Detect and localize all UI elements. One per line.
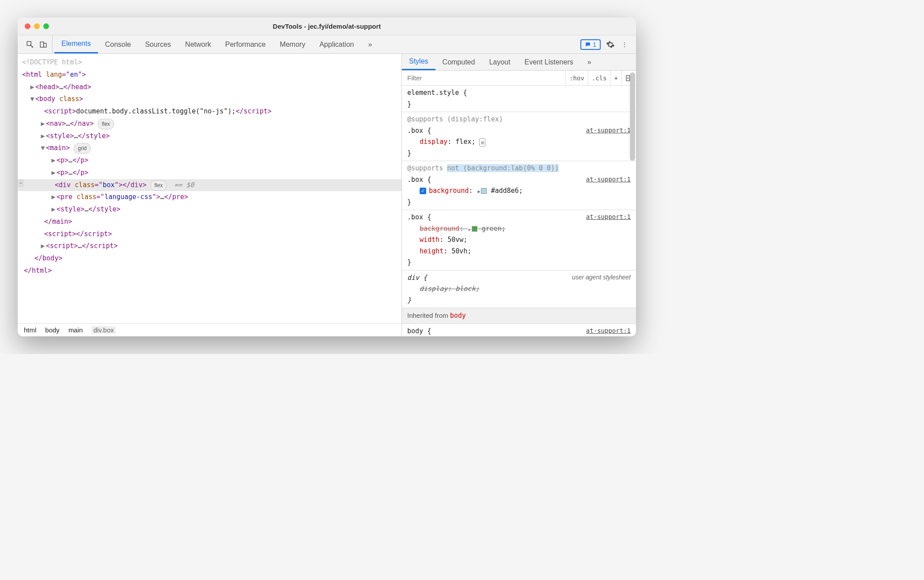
hov-toggle[interactable]: :hov bbox=[565, 71, 588, 85]
inspect-element-icon[interactable] bbox=[26, 40, 34, 49]
sub-tabs-overflow-icon[interactable]: » bbox=[580, 55, 598, 70]
devtools-window: DevTools - jec.fyi/demo/at-support Eleme… bbox=[18, 18, 636, 336]
tabs-overflow-icon[interactable]: » bbox=[361, 35, 379, 53]
html-close-tag[interactable]: </html> bbox=[24, 267, 52, 275]
rule-box[interactable]: at-support:1 .box { background: ▶ green;… bbox=[402, 210, 636, 271]
breadcrumb-item[interactable]: body bbox=[45, 326, 60, 334]
rule-supports-flex[interactable]: @supports (display:flex) at-support:1 .b… bbox=[402, 112, 636, 161]
console-ref: == $0 bbox=[174, 181, 194, 189]
html-open-tag[interactable]: <html lang="en"> bbox=[22, 71, 86, 79]
breadcrumb: html body main div.box bbox=[18, 323, 401, 336]
titlebar: DevTools - jec.fyi/demo/at-support bbox=[18, 18, 636, 35]
expand-toggle-icon[interactable]: ▼ bbox=[40, 142, 46, 154]
source-link[interactable]: at-support:1 bbox=[586, 212, 631, 222]
body-close-tag[interactable]: </body> bbox=[34, 254, 62, 262]
main-toolbar: Elements Console Sources Network Perform… bbox=[18, 35, 636, 54]
body-tag[interactable]: <body class> bbox=[35, 95, 83, 103]
pre-tag[interactable]: <pre class="language-css"> bbox=[57, 193, 160, 201]
expand-toggle-icon[interactable]: ▶ bbox=[40, 240, 46, 252]
nav-tag[interactable]: <nav> bbox=[46, 120, 66, 128]
main-tag[interactable]: <main> bbox=[46, 144, 70, 152]
tab-performance[interactable]: Performance bbox=[218, 35, 273, 53]
expand-toggle-icon[interactable]: ▶ bbox=[50, 154, 57, 167]
expand-toggle-icon[interactable]: ▶ bbox=[40, 118, 46, 130]
color-swatch-icon[interactable] bbox=[481, 188, 487, 194]
device-toolbar-icon[interactable] bbox=[39, 40, 48, 49]
traffic-lights bbox=[25, 23, 49, 29]
breadcrumb-item[interactable]: div.box bbox=[91, 326, 115, 334]
tab-console[interactable]: Console bbox=[98, 35, 138, 53]
tab-application[interactable]: Application bbox=[312, 35, 361, 53]
expand-toggle-icon[interactable]: ▶ bbox=[40, 130, 46, 143]
filter-input[interactable] bbox=[402, 74, 565, 82]
color-swatch-icon[interactable] bbox=[472, 226, 477, 232]
script-tag[interactable]: <script> bbox=[44, 230, 76, 238]
close-window-button[interactable] bbox=[25, 23, 30, 29]
expand-shorthand-icon[interactable]: ▶ bbox=[477, 188, 480, 195]
sub-tab-styles[interactable]: Styles bbox=[402, 54, 435, 70]
minimize-window-button[interactable] bbox=[34, 23, 40, 29]
more-options-icon[interactable]: ⋮ bbox=[620, 40, 629, 49]
elements-panel: <!DOCTYPE html> <html lang="en"> ▶<head>… bbox=[18, 54, 402, 336]
at-supports-condition[interactable]: not (background:lab(0% 0 0)) bbox=[447, 164, 559, 172]
sub-tab-event-listeners[interactable]: Event Listeners bbox=[517, 55, 580, 70]
styles-panel: Styles Computed Layout Event Listeners »… bbox=[402, 54, 636, 336]
tab-memory[interactable]: Memory bbox=[273, 35, 312, 53]
rule-element-style[interactable]: element.style { } bbox=[402, 86, 636, 112]
flexbox-editor-icon[interactable]: ▥ bbox=[479, 138, 485, 147]
cls-toggle[interactable]: .cls bbox=[588, 71, 610, 85]
expand-toggle-icon[interactable]: ▶ bbox=[50, 191, 57, 203]
script-tag[interactable]: <script> bbox=[44, 107, 76, 115]
breadcrumb-item[interactable]: html bbox=[24, 326, 36, 334]
scrollbar[interactable] bbox=[630, 72, 635, 161]
source-link[interactable]: at-support:1 bbox=[586, 174, 631, 185]
dom-tree[interactable]: <!DOCTYPE html> <html lang="en"> ▶<head>… bbox=[18, 54, 401, 323]
main-close-tag[interactable]: </main> bbox=[44, 218, 72, 226]
source-link[interactable]: at-support:1 bbox=[586, 326, 631, 336]
expand-toggle-icon[interactable]: ▶ bbox=[50, 203, 57, 216]
messages-count: 1 bbox=[593, 41, 596, 48]
messages-badge[interactable]: 1 bbox=[580, 39, 601, 50]
sub-tab-layout[interactable]: Layout bbox=[482, 55, 517, 70]
svg-rect-1 bbox=[40, 42, 44, 47]
rule-user-agent-div[interactable]: user agent stylesheet div { display: blo… bbox=[402, 271, 636, 309]
expand-toggle-icon[interactable]: ▶ bbox=[50, 167, 57, 179]
tab-network[interactable]: Network bbox=[178, 35, 218, 53]
style-tag[interactable]: <style> bbox=[46, 132, 74, 140]
inherited-from: Inherited from body bbox=[402, 308, 636, 324]
flex-badge[interactable]: flex bbox=[98, 119, 114, 129]
style-tag[interactable]: <style> bbox=[57, 205, 84, 213]
doctype: <!DOCTYPE html> bbox=[22, 58, 82, 66]
selected-indicator-icon: ⋯ bbox=[18, 179, 24, 188]
p-tag[interactable]: <p> bbox=[57, 156, 68, 164]
property-enabled-checkbox[interactable]: ✓ bbox=[420, 188, 426, 194]
grid-badge[interactable]: grid bbox=[74, 143, 91, 154]
sub-tabs: Styles Computed Layout Event Listeners » bbox=[402, 54, 636, 71]
rule-supports-not-lab[interactable]: @supports not (background:lab(0% 0 0)) a… bbox=[402, 161, 636, 210]
window-title: DevTools - jec.fyi/demo/at-support bbox=[18, 23, 636, 30]
tab-sources[interactable]: Sources bbox=[138, 35, 178, 53]
source-link[interactable]: at-support:1 bbox=[586, 125, 631, 136]
new-rule-button[interactable]: + bbox=[610, 71, 621, 85]
breadcrumb-item[interactable]: main bbox=[68, 326, 83, 334]
tab-elements[interactable]: Elements bbox=[54, 35, 98, 53]
css-rules: element.style { } @supports (display:fle… bbox=[402, 86, 636, 336]
user-agent-label: user agent stylesheet bbox=[572, 272, 631, 283]
flex-badge[interactable]: flex bbox=[151, 180, 167, 191]
selected-element[interactable]: <div class="box"> bbox=[55, 181, 123, 189]
p-tag[interactable]: <p> bbox=[57, 169, 68, 177]
script-tag[interactable]: <script> bbox=[46, 242, 78, 250]
sub-tab-computed[interactable]: Computed bbox=[435, 55, 482, 70]
expand-toggle-icon[interactable]: ▼ bbox=[29, 93, 35, 105]
rule-body[interactable]: at-support:1 body { bbox=[402, 324, 636, 337]
svg-rect-2 bbox=[44, 43, 46, 47]
head-tag[interactable]: <head> bbox=[35, 83, 59, 91]
maximize-window-button[interactable] bbox=[43, 23, 49, 29]
expand-toggle-icon[interactable]: ▶ bbox=[29, 81, 35, 94]
expand-shorthand-icon[interactable]: ▶ bbox=[468, 226, 471, 233]
main-tabs: Elements Console Sources Network Perform… bbox=[54, 35, 379, 53]
filter-row: :hov .cls + bbox=[402, 71, 636, 86]
settings-icon[interactable] bbox=[606, 40, 615, 49]
